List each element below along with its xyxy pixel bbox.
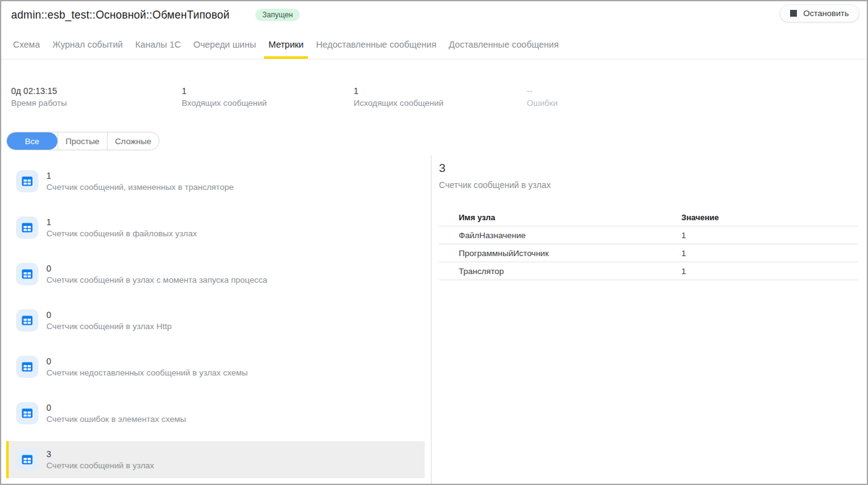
metric-value: 1	[354, 86, 527, 96]
counter-item[interactable]: 1Счетчик сообщений в файловых узлах	[6, 209, 425, 246]
detail-column-header: Имя узла	[439, 208, 681, 226]
detail-label: Счетчик сообщений в узлах	[439, 180, 858, 190]
detail-value: 3	[439, 161, 858, 175]
counter-value: 0	[46, 310, 172, 320]
metric-errors: --Ошибки	[527, 86, 857, 108]
counter-item[interactable]: 0Счетчик ошибок в элементах схемы	[6, 395, 425, 432]
metric-incoming-messages: 1Входящих сообщений	[182, 86, 354, 108]
filter-option-all[interactable]: Все	[7, 132, 57, 150]
counter-value: 1	[46, 171, 234, 181]
counter-item-selected[interactable]: 3Счетчик сообщений в узлах	[6, 441, 425, 478]
table-grid-icon	[16, 263, 38, 285]
detail-table-row: Транслятор1	[439, 262, 858, 280]
counter-item[interactable]: 0Счетчик сообщений в узлах Http	[6, 302, 425, 339]
counter-label: Счетчик недоставленных сообщений в узлах…	[46, 368, 248, 377]
counter-label: Счетчик сообщений в файловых узлах	[46, 229, 197, 238]
metric-uptime: 0д 02:13:15Время работы	[11, 86, 182, 108]
counter-item[interactable]: 0Счетчик недоставленных сообщений в узла…	[6, 348, 425, 385]
detail-table: Имя узлаЗначение ФайлНазначение1Программ…	[439, 208, 858, 280]
counter-text: 0Счетчик сообщений в узлах с момента зап…	[46, 264, 267, 285]
node-value-cell: 1	[681, 262, 858, 280]
metric-outgoing-messages: 1Исходящих сообщений	[354, 86, 527, 108]
app-window: admin::esb_test::Основной::ОбменТиповой …	[0, 0, 868, 485]
counter-label: Счетчик сообщений, измененных в транслят…	[46, 182, 234, 192]
counter-text: 0Счетчик ошибок в элементах схемы	[46, 403, 186, 424]
tab-bar: СхемаЖурнал событийКаналы 1СОчереди шины…	[1, 27, 867, 59]
counter-value: 3	[46, 449, 154, 459]
metric-value: 1	[182, 86, 354, 96]
table-grid-icon	[16, 309, 38, 332]
filter-option-simple[interactable]: Простые	[57, 132, 107, 150]
filter-option-complex[interactable]: Сложные	[107, 132, 159, 150]
counter-label: Счетчик сообщений в узлах Http	[46, 322, 172, 331]
table-grid-icon	[16, 449, 38, 471]
detail-table-header-row: Имя узлаЗначение	[439, 208, 858, 226]
counter-value: 0	[46, 403, 186, 413]
header: admin::esb_test::Основной::ОбменТиповой …	[1, 1, 867, 27]
metric-label: Ошибки	[527, 98, 857, 108]
stop-button[interactable]: Остановить	[780, 4, 859, 22]
tab-schema[interactable]: Схема	[9, 27, 45, 59]
content-panes: 1Счетчик сообщений, измененных в трансля…	[1, 155, 867, 484]
node-value-cell: 1	[681, 226, 858, 244]
counter-item[interactable]: 1Счетчик сообщений, измененных в трансля…	[6, 163, 425, 200]
metric-value: --	[527, 86, 857, 96]
stop-button-label: Остановить	[803, 9, 849, 18]
tab-channels-1c[interactable]: Каналы 1С	[131, 27, 185, 59]
node-value-cell: 1	[681, 244, 858, 262]
counter-item[interactable]: 0Счетчик сообщений в узлах с момента зап…	[6, 255, 425, 293]
counter-text: 1Счетчик сообщений, измененных в трансля…	[46, 171, 234, 192]
table-grid-icon	[16, 356, 38, 378]
summary-metrics: 0д 02:13:15Время работы1Входящих сообщен…	[1, 59, 867, 120]
counter-text: 0Счетчик недоставленных сообщений в узла…	[46, 356, 248, 377]
metric-value: 0д 02:13:15	[11, 86, 182, 96]
node-name-cell: ПрограммныйИсточник	[439, 244, 681, 262]
tab-delivered-messages[interactable]: Доставленные сообщения	[445, 27, 563, 59]
detail-column-header: Значение	[681, 208, 858, 226]
tab-undelivered-messages[interactable]: Недоставленные сообщения	[312, 27, 441, 59]
counter-value: 0	[46, 356, 248, 366]
page-title: admin::esb_test::Основной::ОбменТиповой	[11, 9, 229, 22]
metric-label: Время работы	[11, 98, 182, 108]
counter-filter-row: ВсеПростыеСложные	[6, 132, 867, 150]
counter-list: 1Счетчик сообщений, измененных в трансля…	[1, 155, 432, 484]
counter-label: Счетчик ошибок в элементах схемы	[46, 414, 186, 424]
counter-text: 0Счетчик сообщений в узлах Http	[46, 310, 172, 331]
counter-text: 1Счетчик сообщений в файловых узлах	[46, 217, 197, 238]
counter-detail-panel: 3 Счетчик сообщений в узлах Имя узлаЗнач…	[432, 155, 867, 484]
table-grid-icon	[16, 217, 38, 239]
counter-label: Счетчик сообщений в узлах	[46, 461, 154, 470]
node-name-cell: Транслятор	[439, 262, 681, 280]
detail-table-row: ФайлНазначение1	[439, 226, 858, 244]
counter-label: Счетчик сообщений в узлах с момента запу…	[46, 275, 267, 285]
node-name-cell: ФайлНазначение	[439, 226, 681, 244]
metric-label: Исходящих сообщений	[354, 98, 527, 108]
metric-label: Входящих сообщений	[182, 98, 354, 108]
tab-bus-queues[interactable]: Очереди шины	[189, 27, 260, 59]
tab-event-log[interactable]: Журнал событий	[48, 27, 127, 59]
tab-metrics[interactable]: Метрики	[264, 27, 308, 59]
counter-value: 0	[46, 264, 267, 273]
stop-square-icon	[790, 10, 797, 17]
table-grid-icon	[16, 170, 38, 192]
counter-text: 3Счетчик сообщений в узлах	[46, 449, 154, 470]
detail-table-row: ПрограммныйИсточник1	[439, 244, 858, 262]
counter-value: 1	[46, 217, 197, 227]
table-grid-icon	[16, 402, 38, 424]
status-badge: Запущен	[255, 9, 299, 21]
counter-filter: ВсеПростыеСложные	[6, 132, 160, 150]
